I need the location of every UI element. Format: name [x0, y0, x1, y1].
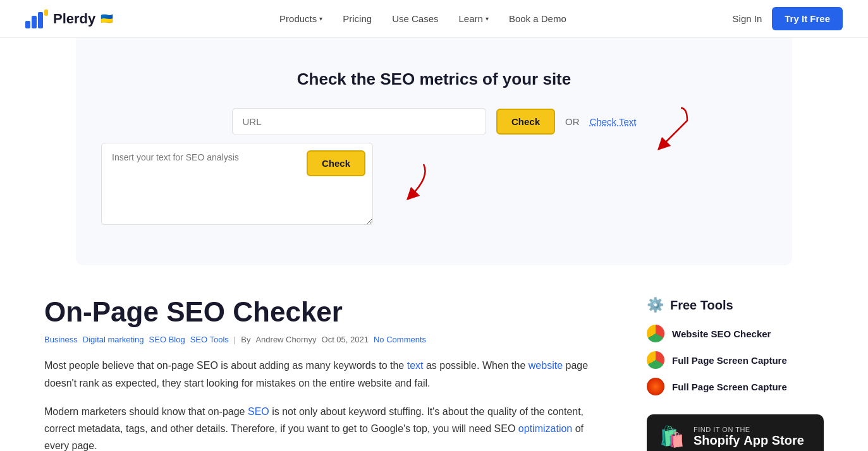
navbar: Plerdy 🇺🇦 Products ▾ Pricing Use Cases L…: [0, 0, 868, 38]
tag-seo-blog[interactable]: SEO Blog: [149, 335, 185, 344]
tag-seo-tools[interactable]: SEO Tools: [190, 335, 229, 344]
tag-digital-marketing[interactable]: Digital marketing: [83, 335, 144, 344]
meta-author: Andrew Chornyy: [255, 335, 316, 344]
free-tools-section: ⚙️ Free Tools Website SEO Checker Full P…: [647, 297, 824, 395]
or-separator: OR: [565, 116, 580, 127]
try-free-button[interactable]: Try It Free: [772, 7, 843, 30]
nav-use-cases[interactable]: Use Cases: [392, 13, 438, 24]
nav-learn[interactable]: Learn ▾: [459, 13, 489, 24]
sidebar: ⚙️ Free Tools Website SEO Checker Full P…: [647, 297, 824, 451]
nav-links: Products ▾ Pricing Use Cases Learn ▾ Boo…: [279, 13, 566, 24]
free-tools-header: ⚙️ Free Tools: [647, 297, 824, 313]
nav-products[interactable]: Products ▾: [279, 13, 322, 24]
article-paragraph-1: Most people believe that on-page SEO is …: [44, 357, 609, 391]
meta-by: By: [241, 335, 250, 344]
svg-rect-2: [38, 12, 43, 28]
tool-website-seo[interactable]: Website SEO Checker: [647, 325, 824, 342]
nav-book-demo[interactable]: Book a Demo: [509, 13, 566, 24]
url-check-row: Check OR Check Text: [232, 108, 637, 135]
meta-comments[interactable]: No Comments: [374, 335, 426, 344]
nav-actions: Sign In Try It Free: [733, 7, 843, 30]
tool-full-page-chrome[interactable]: Full Page Screen Capture: [647, 351, 824, 369]
chrome-icon: [647, 325, 664, 342]
meta-separator: |: [234, 335, 236, 344]
meta-date: Oct 05, 2021: [322, 335, 369, 344]
logo[interactable]: Plerdy 🇺🇦: [25, 9, 113, 28]
nav-pricing[interactable]: Pricing: [343, 13, 372, 24]
svg-rect-3: [44, 9, 48, 16]
article-meta: Business Digital marketing SEO Blog SEO …: [44, 335, 609, 344]
seo-link[interactable]: SEO: [248, 406, 269, 417]
shopify-badge[interactable]: 🛍️ FIND IT ON THE Shopify App Store: [647, 414, 824, 451]
optimization-link[interactable]: optimization: [518, 423, 572, 434]
chevron-down-icon: ▾: [486, 15, 489, 22]
hero-title: Check the SEO metrics of your site: [297, 69, 571, 89]
main-content: On-Page SEO Checker Business Digital mar…: [44, 297, 609, 451]
shopify-bag-icon: 🛍️: [659, 424, 685, 448]
url-check-button[interactable]: Check: [496, 109, 555, 135]
firefox-icon: [647, 378, 664, 395]
svg-rect-1: [32, 16, 37, 28]
shopify-text: FIND IT ON THE Shopify App Store: [694, 426, 804, 448]
text-check-button[interactable]: Check: [307, 150, 365, 176]
tag-business[interactable]: Business: [44, 335, 78, 344]
article-paragraph-2: Modern marketers should know that on-pag…: [44, 403, 609, 451]
chevron-down-icon: ▾: [319, 15, 322, 22]
chrome-icon: [647, 351, 664, 369]
red-arrow-annotation: [624, 102, 694, 152]
text-link[interactable]: text: [407, 360, 424, 371]
tool-full-page-firefox[interactable]: Full Page Screen Capture: [647, 378, 824, 395]
logo-flag: 🇺🇦: [101, 13, 113, 25]
sign-in-link[interactable]: Sign In: [733, 13, 762, 24]
gear-icon: ⚙️: [647, 297, 664, 313]
article-title: On-Page SEO Checker: [44, 297, 609, 327]
red-arrow-annotation-2: [367, 158, 436, 208]
url-input[interactable]: [232, 108, 487, 135]
svg-rect-0: [25, 21, 30, 28]
content-area: On-Page SEO Checker Business Digital mar…: [0, 265, 868, 451]
website-link[interactable]: website: [529, 360, 563, 371]
logo-text: Plerdy: [53, 11, 95, 27]
hero-section: Check the SEO metrics of your site Check…: [76, 38, 792, 265]
article-body: Most people believe that on-page SEO is …: [44, 357, 609, 451]
